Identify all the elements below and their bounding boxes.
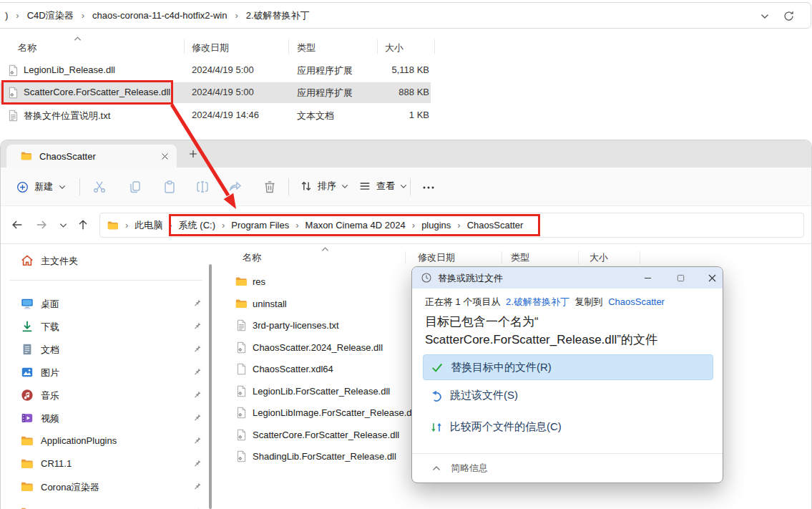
folder-icon xyxy=(235,298,248,310)
sidebar-item-corona[interactable]: Corona渲染器 xyxy=(1,476,207,498)
column-divider[interactable] xyxy=(434,39,435,54)
address-segment[interactable]: ChaosScatter xyxy=(467,220,524,231)
column-divider[interactable] xyxy=(405,251,406,264)
view-button[interactable]: 查看 xyxy=(358,180,407,193)
column-header-size[interactable]: 大小 xyxy=(590,251,608,264)
sidebar-item-documents[interactable]: 文档 xyxy=(1,339,207,360)
option-replace-file[interactable]: 替换目标中的文件(R) xyxy=(423,354,713,380)
column-header-date[interactable]: 修改日期 xyxy=(192,42,229,54)
more-icon[interactable] xyxy=(421,180,436,195)
sidebar-item-videos[interactable]: 视频 xyxy=(1,407,207,429)
close-icon[interactable] xyxy=(707,273,718,283)
breadcrumb-item[interactable]: 2.破解替换补丁 xyxy=(246,9,310,22)
file-name: ShadingLib.ForScatter_Release.dll xyxy=(253,451,396,462)
minimize-icon[interactable] xyxy=(642,273,653,283)
file-row[interactable]: 替换文件位置说明.txt 2024/4/19 14:46 文本文档 1 KB xyxy=(0,105,444,126)
sidebar-item-downloads[interactable]: 下载 xyxy=(1,316,207,337)
maximize-icon[interactable] xyxy=(675,273,686,283)
folder-icon xyxy=(21,150,32,162)
pin-icon xyxy=(192,299,202,308)
sidebar-item-cr11[interactable]: CR11.1 xyxy=(1,453,207,475)
new-button[interactable]: 新建 xyxy=(11,175,72,198)
rename-icon[interactable] xyxy=(195,180,210,194)
file-date: 2024/4/19 5:00 xyxy=(192,64,254,75)
pin-icon xyxy=(192,413,202,422)
delete-icon[interactable] xyxy=(263,180,277,194)
column-divider[interactable] xyxy=(578,251,579,264)
destination-folder-link[interactable]: ChaosScatter xyxy=(608,296,665,307)
close-tab-icon[interactable] xyxy=(160,152,170,161)
new-label: 新建 xyxy=(34,180,53,193)
dialog-message-line1: 目标已包含一个名为“ xyxy=(425,313,715,331)
column-header-name[interactable]: 名称 xyxy=(243,251,261,264)
details-toggle[interactable]: 简略信息 xyxy=(432,462,488,475)
cut-icon[interactable] xyxy=(92,180,107,194)
sidebar-scrollbar[interactable] xyxy=(209,264,212,509)
pin-icon xyxy=(192,459,202,468)
address-segment[interactable]: Maxon Cinema 4D 2024 xyxy=(305,220,406,231)
file-date: 2024/4/19 14:46 xyxy=(192,110,259,120)
new-tab-icon[interactable] xyxy=(188,149,198,159)
download-icon xyxy=(21,320,34,333)
column-divider[interactable] xyxy=(502,251,502,264)
address-segment[interactable]: Program Files xyxy=(231,220,289,231)
breadcrumb-item[interactable]: chaos-corona-11-c4d-hotfix2-win xyxy=(92,10,227,21)
sidebar-item-pictures[interactable]: 图片 xyxy=(1,362,207,383)
sort-ascending-icon xyxy=(321,246,329,252)
share-icon[interactable] xyxy=(228,180,243,194)
column-header-type[interactable]: 类型 xyxy=(511,251,529,264)
address-bar[interactable]: 此电脑 系统 (C:) Program Files Maxon Cinema 4… xyxy=(99,213,804,238)
txt-file-icon xyxy=(235,319,248,331)
sort-button[interactable]: 排序 xyxy=(300,180,348,193)
sidebar-item-partial[interactable] xyxy=(1,502,207,509)
chevron-down-icon[interactable] xyxy=(59,223,67,228)
progress-prefix: 正在将 1 个项目从 xyxy=(425,296,500,307)
option-skip-file[interactable]: 跳过该文件(S) xyxy=(430,389,518,402)
option-skip-label: 跳过该文件(S) xyxy=(450,389,518,402)
sort-label: 排序 xyxy=(318,180,336,193)
option-replace-label: 替换目标中的文件(R) xyxy=(451,361,552,374)
column-header-type[interactable]: 类型 xyxy=(297,42,315,54)
option-compare-label: 比较两个文件的信息(C) xyxy=(450,420,562,434)
sidebar-item-home[interactable]: 主文件夹 xyxy=(1,250,207,271)
sidebar-item-applicationplugins[interactable]: ApplicationPlugins xyxy=(1,430,207,452)
copy-icon[interactable] xyxy=(128,180,142,194)
chevron-down-icon[interactable] xyxy=(760,14,769,19)
source-folder-link[interactable]: 2.破解替换补丁 xyxy=(506,296,569,307)
column-divider[interactable] xyxy=(377,39,378,54)
dll-file-icon xyxy=(7,87,19,99)
up-icon[interactable] xyxy=(77,218,89,231)
dll-file-icon xyxy=(235,385,248,397)
file-row-selected[interactable]: ScatterCore.ForScatter_Release.dll 2024/… xyxy=(0,82,431,103)
address-segment[interactable]: 系统 (C:) xyxy=(179,219,215,232)
folder-icon xyxy=(235,276,248,288)
column-divider[interactable] xyxy=(184,39,185,54)
progress-middle: 复制到 xyxy=(575,296,603,307)
pin-icon xyxy=(192,482,202,491)
address-segment[interactable]: plugins xyxy=(421,220,451,231)
sidebar-item-label: 文档 xyxy=(41,344,59,357)
forward-icon[interactable] xyxy=(35,218,48,231)
address-segment-this-pc[interactable]: 此电脑 xyxy=(134,219,162,232)
column-header-date[interactable]: 修改日期 xyxy=(418,251,455,264)
file-row[interactable]: LegionLib_Release.dll 2024/4/19 5:00 应用程… xyxy=(0,60,444,81)
tab-chaosscatter[interactable]: ChaosScatter xyxy=(6,145,177,168)
sidebar-item-music[interactable]: 音乐 xyxy=(1,384,207,406)
pictures-icon xyxy=(21,366,34,379)
column-header-name[interactable]: 名称 xyxy=(18,42,36,54)
home-icon xyxy=(21,254,34,267)
paste-icon[interactable] xyxy=(162,180,177,194)
column-header-size[interactable]: 大小 xyxy=(385,42,403,54)
option-compare-files[interactable]: 比较两个文件的信息(C) xyxy=(430,420,562,434)
pin-icon xyxy=(192,436,202,445)
breadcrumb-item[interactable]: C4D渲染器 xyxy=(27,9,74,22)
dialog-message-line2: ScatterCore.ForScatter_Release.dll”的文件 xyxy=(425,331,715,349)
back-icon[interactable] xyxy=(11,218,24,231)
sidebar-item-desktop[interactable]: 桌面 xyxy=(1,293,207,314)
file-name: 3rd-party-licenses.txt xyxy=(253,320,339,331)
column-divider[interactable] xyxy=(288,39,289,54)
sidebar-item-label: CR11.1 xyxy=(41,458,72,469)
dialog-titlebar: 替换或跳过文件 xyxy=(412,267,723,289)
column-divider[interactable] xyxy=(640,251,640,264)
refresh-icon[interactable] xyxy=(783,10,795,22)
